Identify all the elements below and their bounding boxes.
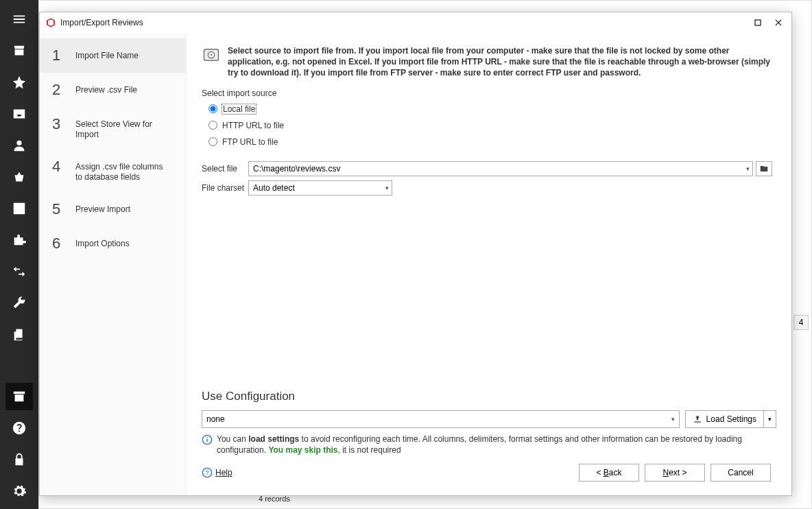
next-post: ext > xyxy=(669,468,686,477)
nav-puzzle-icon[interactable] xyxy=(5,226,33,254)
wizard-steps: 1 Import File Name 2 Preview .csv File 3… xyxy=(40,33,187,495)
nav-inbox-icon[interactable] xyxy=(5,100,33,128)
import-source-radios: Local file HTTP URL to file FTP URL to f… xyxy=(202,101,776,150)
step-label: Preview Import xyxy=(69,202,130,215)
dialog-titlebar: Import/Export Reviews xyxy=(40,12,791,33)
step-label: Import Options xyxy=(69,236,130,249)
use-configuration-value: none xyxy=(206,414,225,424)
nav-store-icon[interactable] xyxy=(5,37,33,64)
use-configuration-info: You can load settings to avoid reconfigu… xyxy=(202,434,776,455)
back-pre: < xyxy=(596,468,603,477)
load-settings-dropdown[interactable]: ▾ xyxy=(764,410,776,428)
radio-ftp-url[interactable]: FTP URL to file xyxy=(202,134,776,150)
drive-icon xyxy=(202,45,221,64)
menu-hamburger-icon[interactable] xyxy=(5,5,33,33)
chevron-down-icon: ▾ xyxy=(746,165,750,172)
step-number: 2 xyxy=(52,82,69,97)
load-settings-button[interactable]: Load Settings ▾ xyxy=(685,410,776,428)
upload-icon xyxy=(693,414,702,424)
import-export-dialog: Import/Export Reviews 1 Import File Name… xyxy=(39,12,792,496)
radio-http-url-input[interactable] xyxy=(208,121,217,130)
app-logo-icon xyxy=(45,17,56,28)
wizard-step-2[interactable]: 2 Preview .csv File xyxy=(40,73,186,107)
back-u: B xyxy=(604,468,609,477)
back-button[interactable]: < Back xyxy=(579,464,639,482)
svg-rect-0 xyxy=(755,20,761,25)
uc-info-post: , it is not required xyxy=(338,445,401,455)
uc-info-bold: load settings xyxy=(248,434,299,444)
nav-sync-icon[interactable] xyxy=(5,258,33,285)
radio-local-file-label: Local file xyxy=(222,104,256,114)
folder-icon xyxy=(759,164,769,174)
close-button[interactable] xyxy=(768,12,789,33)
nav-basket-icon[interactable] xyxy=(5,163,33,191)
next-u: N xyxy=(662,468,669,477)
wizard-step-6[interactable]: 6 Import Options xyxy=(40,226,186,261)
nav-chart-icon[interactable] xyxy=(5,195,33,222)
select-file-value: C:\magento\reviews.csv xyxy=(253,164,340,174)
svg-rect-5 xyxy=(206,438,207,442)
select-file-label: Select file xyxy=(202,164,246,174)
background-badge: 4 xyxy=(793,315,809,330)
uc-info-pre: You can xyxy=(217,434,248,444)
svg-rect-6 xyxy=(206,437,207,438)
maximize-button[interactable] xyxy=(748,12,768,33)
browse-button[interactable] xyxy=(756,161,772,176)
step-number: 3 xyxy=(52,117,69,132)
use-configuration-title: Use Configuration xyxy=(202,390,776,403)
step-label: Preview .csv File xyxy=(69,82,137,95)
wizard-step-1[interactable]: 1 Import File Name xyxy=(40,38,186,73)
step-number: 4 xyxy=(52,159,69,174)
app-sidebar xyxy=(0,0,38,509)
select-file-input[interactable]: C:\magento\reviews.csv▾ xyxy=(248,161,753,176)
step-number: 1 xyxy=(52,48,69,63)
import-source-label: Select import source xyxy=(202,88,776,98)
nav-star-icon[interactable] xyxy=(5,69,33,96)
nav-wrench-icon[interactable] xyxy=(5,289,33,317)
step-label: Select Store View for Import xyxy=(69,117,171,140)
wizard-step-3[interactable]: 3 Select Store View for Import xyxy=(40,107,186,150)
file-charset-select[interactable]: Auto detect▾ xyxy=(248,180,392,196)
nav-lock-icon[interactable] xyxy=(5,446,33,473)
wizard-step-4[interactable]: 4 Assign .csv file columns to database f… xyxy=(40,150,186,192)
nav-settings-icon[interactable] xyxy=(5,477,33,505)
svg-point-3 xyxy=(211,54,212,56)
load-settings-main[interactable]: Load Settings xyxy=(685,410,764,428)
radio-ftp-url-input[interactable] xyxy=(208,137,217,146)
info-text: Select source to import file from. If yo… xyxy=(228,45,776,79)
help-label: Help xyxy=(215,468,232,477)
radio-http-url[interactable]: HTTP URL to file xyxy=(202,117,776,134)
step-label: Assign .csv file columns to database fie… xyxy=(69,159,171,182)
radio-local-file-input[interactable] xyxy=(208,104,217,113)
back-post: ack xyxy=(609,468,622,477)
nav-copy-icon[interactable] xyxy=(5,321,33,348)
step-number: 6 xyxy=(52,236,69,251)
chevron-down-icon: ▾ xyxy=(671,416,675,423)
dialog-title: Import/Export Reviews xyxy=(60,18,748,27)
nav-user-icon[interactable] xyxy=(5,132,33,159)
info-icon xyxy=(202,434,213,445)
radio-ftp-url-label: FTP URL to file xyxy=(222,137,278,147)
next-button[interactable]: Next > xyxy=(645,464,705,482)
svg-text:?: ? xyxy=(205,469,208,476)
radio-http-url-label: HTTP URL to file xyxy=(222,121,284,130)
chevron-down-icon: ▾ xyxy=(385,185,389,191)
main-area: 4 4 records Import/Export Reviews 1 Impo… xyxy=(38,0,812,509)
file-charset-label: File charset xyxy=(202,183,246,193)
nav-archive-icon[interactable] xyxy=(5,383,33,410)
help-link[interactable]: ? Help xyxy=(202,467,232,478)
cancel-button[interactable]: Cancel xyxy=(710,464,771,482)
radio-local-file[interactable]: Local file xyxy=(202,101,776,117)
step-label: Import File Name xyxy=(69,48,139,61)
load-settings-label: Load Settings xyxy=(706,414,756,424)
wizard-step-5[interactable]: 5 Preview Import xyxy=(40,192,186,226)
nav-help-icon[interactable] xyxy=(5,414,33,442)
file-charset-value: Auto detect xyxy=(253,183,295,193)
dialog-content: Select source to import file from. If yo… xyxy=(187,33,791,495)
uc-info-green: You may skip this xyxy=(268,445,337,455)
help-icon: ? xyxy=(202,467,213,478)
step-number: 5 xyxy=(52,202,69,217)
use-configuration-select[interactable]: none▾ xyxy=(202,410,680,428)
